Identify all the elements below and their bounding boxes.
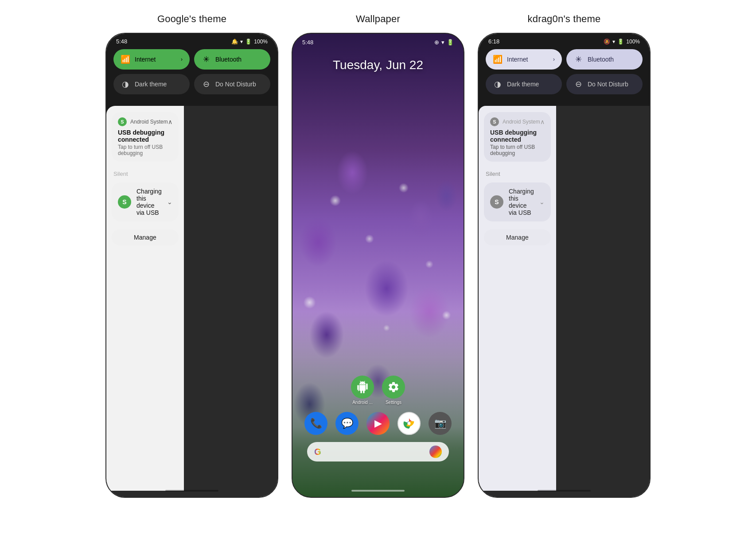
usb-charge-icon: S — [118, 195, 131, 209]
kdrag-usb-expand-icon: ⌄ — [539, 198, 545, 206]
wallpaper-search-bar[interactable]: G — [307, 442, 449, 461]
silent-label-kdrag: Silent — [484, 168, 551, 180]
kdrag-bell-icon: 🔕 — [604, 39, 610, 45]
kdrag-manage-button[interactable]: Manage — [484, 229, 551, 245]
kdrag-home-indicator — [538, 490, 591, 492]
wallpaper-section: Wallpaper 5:48 ⊕ ▾ 🔋 Tuesday, Jun 22 — [292, 13, 464, 498]
wallpaper-title: Wallpaper — [356, 13, 400, 25]
kdrag-internet-label: Internet — [507, 56, 528, 63]
assistant-icon — [429, 446, 442, 458]
google-notif-panel: S Android System ∧ USB debugging connect… — [106, 106, 184, 491]
internet-label: Internet — [135, 56, 156, 63]
internet-chevron: › — [181, 56, 183, 62]
android-system-icon: S — [118, 117, 127, 126]
wallpaper-battery-icon: 🔋 — [447, 39, 454, 46]
kdrag-dnd-icon: ⊖ — [573, 79, 583, 89]
play-app[interactable]: ▶ — [366, 412, 390, 435]
wallpaper-app-dock: Android ... Settings — [292, 376, 464, 461]
silent-label-google: Silent — [112, 168, 179, 180]
kdrag-quick-settings: 📶 Internet › ✳ Bluetooth ◑ Dark theme — [479, 47, 650, 106]
kdrag-dark-overlay — [556, 106, 650, 491]
android-debug-app[interactable]: Android ... — [351, 376, 374, 405]
google-internet-tile[interactable]: 📶 Internet › — [113, 49, 190, 70]
google-status-bar: 5:48 🔔̶ ▾ 🔋 100% — [106, 34, 277, 47]
kdrag-darktheme-tile[interactable]: ◑ Dark theme — [486, 74, 562, 94]
dnd-icon: ⊖ — [201, 79, 211, 89]
google-quick-settings: 📶 Internet › ✳ Bluetooth ◑ Dark theme — [106, 47, 277, 106]
kdrag-wifi-icon: ▾ — [612, 39, 615, 45]
kdrag-time: 6:18 — [488, 38, 499, 45]
kdrag-status-bar: 6:18 🔕 ▾ 🔋 100% — [479, 34, 650, 47]
kdrag-title: kdrag0n's theme — [528, 13, 601, 25]
kdrag-internet-chevron: › — [553, 56, 555, 62]
kdrag-internet-tile[interactable]: 📶 Internet › — [486, 49, 562, 70]
kdrag-bluetooth-qs-icon: ✳ — [573, 54, 583, 64]
kdrag-bluetooth-tile[interactable]: ✳ Bluetooth — [566, 49, 643, 70]
wifi-icon: ▾ — [240, 39, 243, 45]
kdrag-android-system-icon: S — [490, 117, 499, 126]
kdrag-status-icons: 🔕 ▾ 🔋 100% — [604, 39, 640, 45]
kdrag-usb-charge-card[interactable]: S Charging this device via USB ⌄ — [484, 182, 551, 221]
kdrag-android-system-name: Android System — [503, 119, 540, 125]
android-system-name: Android System — [130, 119, 168, 125]
dnd-label: Do Not Disturb — [215, 81, 256, 88]
google-dark-overlay — [184, 106, 277, 491]
phones-container: Google's theme 5:48 🔔̶ ▾ 🔋 100% — [9, 13, 747, 498]
usb-debug-sub: Tap to turn off USB debugging — [118, 144, 172, 156]
kdrag-wifi-qs-icon: 📶 — [493, 54, 503, 64]
google-g-logo: G — [314, 447, 321, 457]
wallpaper-date: Tuesday, Jun 22 — [292, 58, 464, 72]
kdrag-battery-icon: 🔋 — [617, 39, 624, 45]
wallpaper-wifi-icon: ▾ — [441, 39, 444, 46]
google-home-indicator — [165, 490, 218, 492]
google-dnd-tile[interactable]: ⊖ Do Not Disturb — [194, 74, 270, 94]
google-time: 5:48 — [116, 38, 127, 45]
wallpaper-time: 5:48 — [302, 39, 313, 46]
kdrag-phone-frame: 6:18 🔕 ▾ 🔋 100% 📶 Internet › — [478, 33, 651, 498]
battery-icon: 🔋 — [245, 39, 252, 45]
kdrag-section: kdrag0n's theme 6:18 🔕 ▾ 🔋 100% — [478, 13, 651, 498]
bell-icon: 🔔̶ — [231, 39, 238, 45]
google-usb-debug-card[interactable]: S Android System ∧ USB debugging connect… — [112, 112, 179, 162]
android-debug-label: Android ... — [352, 400, 373, 405]
google-phone-frame: 5:48 🔔̶ ▾ 🔋 100% 📶 Internet › — [105, 33, 278, 498]
chrome-app[interactable] — [397, 412, 421, 435]
wallpaper-home-indicator — [351, 490, 405, 492]
bluetooth-label: Bluetooth — [215, 56, 242, 63]
phone-app[interactable]: 📞 — [304, 412, 327, 435]
usb-debug-title: USB debugging connected — [118, 129, 172, 143]
google-manage-button[interactable]: Manage — [112, 229, 179, 245]
google-title: Google's theme — [157, 13, 226, 25]
kdrag-usb-debug-card[interactable]: S Android System ∧ USB debugging connect… — [484, 112, 551, 162]
darktheme-label: Dark theme — [135, 81, 167, 88]
notif-expand-icon: ∧ — [168, 118, 172, 125]
kdrag-usb-charge-label: Charging this device via USB — [509, 188, 534, 216]
google-section: Google's theme 5:48 🔔̶ ▾ 🔋 100% — [105, 13, 278, 498]
google-darktheme-tile[interactable]: ◑ Dark theme — [113, 74, 190, 94]
kdrag-dnd-label: Do Not Disturb — [588, 81, 628, 88]
kdrag-notif-expand-icon: ∧ — [540, 118, 545, 125]
messages-app[interactable]: 💬 — [335, 412, 359, 435]
kdrag-usb-debug-sub: Tap to turn off USB debugging — [490, 144, 545, 156]
google-status-icons: 🔔̶ ▾ 🔋 100% — [231, 39, 268, 45]
bluetooth-qs-icon: ✳ — [201, 54, 211, 64]
kdrag-usb-charge-icon: S — [490, 195, 503, 209]
google-bluetooth-tile[interactable]: ✳ Bluetooth — [194, 49, 270, 70]
kdrag-contrast-icon: ◑ — [493, 79, 503, 89]
kdrag-darktheme-label: Dark theme — [507, 81, 539, 88]
wifi-qs-icon: 📶 — [121, 54, 130, 64]
contrast-icon: ◑ — [121, 79, 130, 89]
usb-charge-label: Charging this device via USB — [136, 188, 162, 216]
kdrag-dnd-tile[interactable]: ⊖ Do Not Disturb — [566, 74, 643, 94]
wallpaper-phone-frame: 5:48 ⊕ ▾ 🔋 Tuesday, Jun 22 — [292, 33, 464, 498]
kdrag-notif-panel: S Android System ∧ USB debugging connect… — [479, 106, 556, 491]
settings-app[interactable]: Settings — [382, 376, 405, 405]
usb-expand-icon: ⌄ — [167, 198, 172, 206]
settings-label: Settings — [386, 400, 401, 405]
svg-point-1 — [408, 422, 411, 425]
google-usb-charge-card[interactable]: S Charging this device via USB ⌄ — [112, 182, 179, 221]
camera-app[interactable]: 📷 — [429, 412, 452, 435]
kdrag-usb-debug-title: USB debugging connected — [490, 129, 545, 143]
kdrag-bluetooth-label: Bluetooth — [588, 56, 614, 63]
wallpaper-status-bar: 5:48 ⊕ ▾ 🔋 — [292, 34, 464, 49]
